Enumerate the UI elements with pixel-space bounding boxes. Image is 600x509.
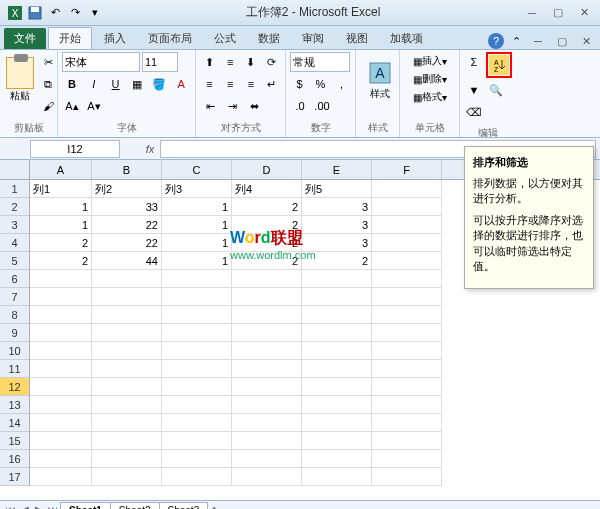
tab-公式[interactable]: 公式: [204, 28, 246, 49]
cell[interactable]: [232, 378, 302, 396]
fx-icon[interactable]: fx: [140, 143, 160, 155]
cell[interactable]: 1: [162, 252, 232, 270]
styles-button[interactable]: A 样式: [360, 52, 400, 108]
format-painter-icon[interactable]: 🖌: [38, 96, 58, 116]
cell[interactable]: [162, 342, 232, 360]
doc-minimize-icon[interactable]: ─: [528, 33, 548, 49]
column-header[interactable]: F: [372, 160, 442, 179]
decrease-font-icon[interactable]: A▾: [84, 96, 104, 116]
row-header[interactable]: 12: [0, 378, 29, 396]
cell[interactable]: [162, 432, 232, 450]
fill-icon[interactable]: ▼: [464, 80, 484, 100]
row-header[interactable]: 1: [0, 180, 29, 198]
cell[interactable]: [30, 288, 92, 306]
row-header[interactable]: 2: [0, 198, 29, 216]
cut-icon[interactable]: ✂: [38, 52, 58, 72]
maximize-icon[interactable]: ▢: [548, 5, 568, 21]
cell[interactable]: [92, 324, 162, 342]
cell[interactable]: [232, 450, 302, 468]
align-center-icon[interactable]: ≡: [221, 74, 240, 94]
cell[interactable]: 1: [30, 216, 92, 234]
cell[interactable]: 列4: [232, 180, 302, 198]
cell[interactable]: [30, 378, 92, 396]
increase-font-icon[interactable]: A▴: [62, 96, 82, 116]
sheet-nav-prev-icon[interactable]: ◀: [18, 504, 32, 510]
find-select-icon[interactable]: 🔍: [486, 80, 506, 100]
column-header[interactable]: D: [232, 160, 302, 179]
bold-button[interactable]: B: [62, 74, 82, 94]
cell[interactable]: [302, 432, 372, 450]
sheet-tab[interactable]: Sheet2: [110, 502, 160, 509]
tab-数据[interactable]: 数据: [248, 28, 290, 49]
column-header[interactable]: A: [30, 160, 92, 179]
increase-decimal-icon[interactable]: .0: [290, 96, 310, 116]
cell[interactable]: [372, 324, 442, 342]
cell[interactable]: [30, 342, 92, 360]
cell[interactable]: [232, 342, 302, 360]
row-header[interactable]: 10: [0, 342, 29, 360]
cell[interactable]: [372, 342, 442, 360]
wrap-text-icon[interactable]: ↵: [262, 74, 281, 94]
currency-icon[interactable]: $: [290, 74, 309, 94]
cell[interactable]: [302, 450, 372, 468]
column-header[interactable]: E: [302, 160, 372, 179]
doc-close-icon[interactable]: ✕: [576, 33, 596, 49]
cell[interactable]: 列3: [162, 180, 232, 198]
cell[interactable]: 22: [92, 234, 162, 252]
insert-button[interactable]: ▦ 插入 ▾: [404, 52, 455, 70]
sheet-nav-next-icon[interactable]: ▶: [32, 504, 46, 510]
cell[interactable]: [372, 468, 442, 486]
cell[interactable]: [162, 378, 232, 396]
cell[interactable]: [30, 270, 92, 288]
qat-dropdown-icon[interactable]: ▾: [86, 4, 104, 22]
cell[interactable]: [302, 378, 372, 396]
cell[interactable]: [162, 270, 232, 288]
cell[interactable]: [232, 306, 302, 324]
cell[interactable]: [232, 432, 302, 450]
cell[interactable]: [302, 360, 372, 378]
excel-icon[interactable]: X: [6, 4, 24, 22]
align-right-icon[interactable]: ≡: [242, 74, 261, 94]
cell[interactable]: [372, 396, 442, 414]
row-header[interactable]: 3: [0, 216, 29, 234]
row-header[interactable]: 15: [0, 432, 29, 450]
cell[interactable]: 22: [92, 216, 162, 234]
delete-button[interactable]: ▦ 删除 ▾: [404, 70, 455, 88]
cell[interactable]: 3: [302, 198, 372, 216]
row-header[interactable]: 6: [0, 270, 29, 288]
sheet-nav-last-icon[interactable]: ⏭: [46, 504, 60, 510]
cell[interactable]: [232, 468, 302, 486]
cell[interactable]: [302, 468, 372, 486]
cell[interactable]: 33: [92, 198, 162, 216]
cell[interactable]: [372, 306, 442, 324]
row-header[interactable]: 13: [0, 396, 29, 414]
cell[interactable]: 1: [162, 216, 232, 234]
cell[interactable]: [162, 288, 232, 306]
clear-icon[interactable]: ⌫: [464, 102, 484, 122]
cell[interactable]: 列2: [92, 180, 162, 198]
format-button[interactable]: ▦ 格式 ▾: [404, 88, 455, 106]
tab-插入[interactable]: 插入: [94, 28, 136, 49]
decrease-indent-icon[interactable]: ⇤: [200, 96, 220, 116]
cell[interactable]: [232, 360, 302, 378]
align-bottom-icon[interactable]: ⬇: [242, 52, 261, 72]
fill-color-button[interactable]: 🪣: [149, 74, 169, 94]
name-box[interactable]: [30, 140, 120, 158]
border-button[interactable]: ▦: [127, 74, 147, 94]
merge-center-icon[interactable]: ⬌: [244, 96, 264, 116]
comma-icon[interactable]: ,: [332, 74, 351, 94]
cell[interactable]: [162, 306, 232, 324]
percent-icon[interactable]: %: [311, 74, 330, 94]
cell[interactable]: [232, 270, 302, 288]
cell[interactable]: [372, 378, 442, 396]
paste-button[interactable]: 粘贴: [4, 52, 36, 108]
cell[interactable]: [232, 414, 302, 432]
cell[interactable]: [30, 324, 92, 342]
new-sheet-icon[interactable]: ✦: [207, 504, 221, 510]
cell[interactable]: [372, 198, 442, 216]
row-header[interactable]: 14: [0, 414, 29, 432]
minimize-icon[interactable]: ─: [522, 5, 542, 21]
row-header[interactable]: 7: [0, 288, 29, 306]
cell[interactable]: [92, 288, 162, 306]
cell[interactable]: 2: [30, 234, 92, 252]
